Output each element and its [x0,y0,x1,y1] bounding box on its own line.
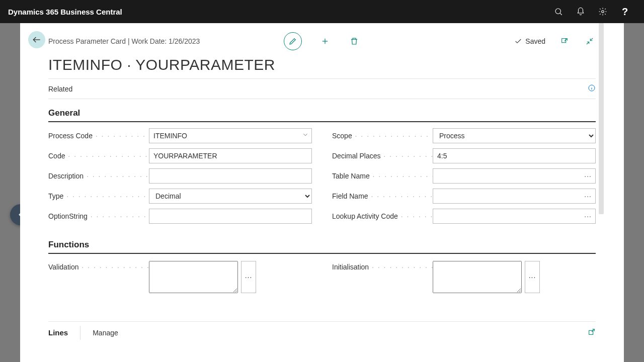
svg-line-1 [560,13,561,15]
type-select[interactable]: Decimal [149,189,312,204]
optionstring-label: OptionString [48,212,88,220]
description-label: Description [48,172,84,180]
table-name-label: Table Name [332,172,370,180]
top-bar: Dynamics 365 Business Central ? [0,0,644,23]
collapse-icon[interactable] [584,35,596,47]
validation-label: Validation [48,263,78,271]
popout-icon[interactable] [558,35,571,47]
delete-button[interactable] [348,35,360,47]
lines-section-title: Lines [48,326,80,340]
process-code-label: Process Code [48,132,93,140]
saved-status: Saved [514,37,545,45]
table-name-input[interactable] [433,168,596,184]
validation-input[interactable] [149,261,238,293]
svg-point-12 [592,86,592,87]
edit-button[interactable] [284,32,302,50]
general-section-title: General [48,108,596,122]
scope-label: Scope [332,132,352,140]
svg-point-0 [555,9,561,14]
optionstring-input[interactable] [149,209,312,224]
initialisation-input[interactable] [433,261,522,293]
svg-point-2 [602,11,604,13]
bell-icon[interactable] [570,0,592,23]
description-input[interactable] [149,168,312,184]
svg-line-9 [590,38,593,41]
svg-line-8 [587,42,589,44]
scope-select[interactable]: Process [433,128,596,143]
lookup-activity-input[interactable] [433,209,596,224]
initialisation-ellipsis-button[interactable]: ··· [525,261,540,293]
field-name-input[interactable] [433,189,596,204]
new-button[interactable] [319,35,331,47]
related-menu[interactable]: Related [48,85,72,93]
info-icon[interactable] [588,84,596,94]
search-icon[interactable] [547,0,570,23]
functions-section-title: Functions [48,240,596,254]
validation-ellipsis-button[interactable]: ··· [241,261,256,293]
lines-popout-icon[interactable] [588,328,596,338]
app-title: Dynamics 365 Business Central [8,8,122,16]
field-name-label: Field Name [332,192,368,200]
type-label: Type [48,192,63,200]
lines-manage-menu[interactable]: Manage [80,329,118,337]
initialisation-label: Initialisation [332,263,369,271]
help-icon[interactable]: ? [614,0,636,23]
process-code-input[interactable] [149,128,312,143]
gear-icon[interactable] [592,0,614,23]
decimal-places-label: Decimal Places [332,152,380,160]
decimal-places-input[interactable] [433,148,596,163]
card-header: Process Parameter Card | Work Date: 1/26… [48,28,596,54]
breadcrumb: Process Parameter Card | Work Date: 1/26… [48,37,200,45]
code-label: Code [48,152,65,160]
lookup-activity-label: Lookup Activity Code [332,212,398,220]
page-title: ITEMINFO · YOURPARAMETER [48,56,596,73]
saved-label: Saved [525,37,545,45]
card: Process Parameter Card | Work Date: 1/26… [20,23,624,362]
code-input[interactable] [149,148,312,163]
